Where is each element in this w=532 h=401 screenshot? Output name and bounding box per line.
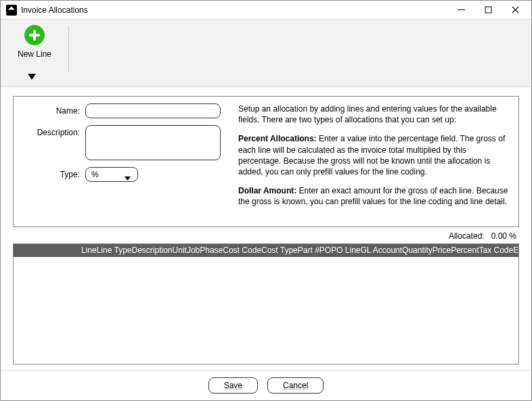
close-icon bbox=[512, 6, 519, 14]
chevron-down-icon bbox=[125, 173, 131, 183]
col-line[interactable]: Line bbox=[81, 245, 97, 255]
col-entry-date[interactable]: Entry Da bbox=[513, 245, 518, 255]
window-title: Invoice Allocations bbox=[21, 5, 88, 15]
svg-rect-1 bbox=[485, 7, 491, 13]
chevron-down-icon bbox=[28, 74, 36, 80]
help-text: Setup an allocation by adding lines and … bbox=[238, 103, 509, 216]
app-icon bbox=[6, 5, 17, 16]
titlebar: Invoice Allocations bbox=[1, 1, 531, 20]
allocated-value: 0.00 % bbox=[491, 231, 516, 241]
col-line-type[interactable]: Line Type bbox=[97, 245, 132, 255]
svg-marker-4 bbox=[28, 74, 36, 80]
col-cost-type[interactable]: Cost Type bbox=[261, 245, 298, 255]
col-unit[interactable]: Unit bbox=[173, 245, 187, 255]
toolbar: New Line bbox=[1, 20, 531, 87]
form-fields: Name: Description: Type: % bbox=[23, 103, 226, 216]
new-line-label: New Line bbox=[18, 49, 51, 59]
window-frame: Invoice Allocations New Line Name: bbox=[0, 0, 532, 401]
save-button[interactable]: Save bbox=[208, 377, 258, 394]
name-label: Name: bbox=[23, 103, 85, 116]
minimize-icon bbox=[458, 6, 465, 14]
grid-header: Line Line Type Description Unit Job Phas… bbox=[14, 244, 518, 257]
description-label: Description: bbox=[23, 125, 85, 137]
col-part[interactable]: Part # bbox=[298, 245, 319, 255]
maximize-icon bbox=[485, 6, 492, 14]
name-input[interactable] bbox=[85, 103, 221, 118]
allocated-row: Allocated: 0.00 % bbox=[13, 227, 519, 243]
svg-marker-5 bbox=[125, 176, 131, 181]
allocation-grid: Line Line Type Description Unit Job Phas… bbox=[13, 243, 519, 365]
help-dollar-title: Dollar Amount: bbox=[238, 186, 296, 195]
col-cost-code[interactable]: Cost Code bbox=[223, 245, 261, 255]
type-label: Type: bbox=[23, 167, 85, 179]
col-price[interactable]: Price bbox=[433, 245, 451, 255]
minimize-button[interactable] bbox=[447, 1, 474, 20]
form-panel: Name: Description: Type: % Setup an allo… bbox=[13, 96, 519, 227]
col-description[interactable]: Description bbox=[132, 245, 173, 255]
plus-icon bbox=[24, 25, 45, 45]
col-po[interactable]: PO bbox=[319, 245, 331, 255]
col-quantity[interactable]: Quantity bbox=[402, 245, 433, 255]
help-dollar: Dollar Amount: Enter an exact amount for… bbox=[238, 185, 509, 207]
col-gl-account[interactable]: GL Account bbox=[361, 245, 403, 255]
description-input[interactable] bbox=[85, 125, 221, 160]
help-intro: Setup an allocation by adding lines and … bbox=[238, 103, 509, 125]
col-phase[interactable]: Phase bbox=[200, 245, 223, 255]
col-job[interactable]: Job bbox=[187, 245, 200, 255]
new-line-button[interactable]: New Line bbox=[13, 25, 56, 59]
allocated-label: Allocated: bbox=[449, 231, 485, 241]
close-button[interactable] bbox=[502, 1, 529, 20]
col-percent[interactable]: Percent bbox=[451, 245, 479, 255]
type-value: % bbox=[91, 170, 99, 179]
toolbar-dropdown[interactable] bbox=[28, 73, 36, 82]
type-select[interactable]: % bbox=[85, 167, 138, 182]
footer: Save Cancel bbox=[1, 370, 531, 400]
grid-body[interactable] bbox=[14, 257, 518, 364]
toolbar-divider bbox=[68, 26, 69, 72]
col-tax-code[interactable]: Tax Code bbox=[479, 245, 514, 255]
help-percent: Percent Allocations: Enter a value into … bbox=[238, 133, 509, 177]
content: Name: Description: Type: % Setup an allo… bbox=[1, 87, 531, 370]
col-po-line[interactable]: PO Line bbox=[331, 245, 360, 255]
help-percent-title: Percent Allocations: bbox=[238, 134, 317, 143]
cancel-button[interactable]: Cancel bbox=[267, 377, 324, 394]
maximize-button[interactable] bbox=[474, 1, 502, 20]
